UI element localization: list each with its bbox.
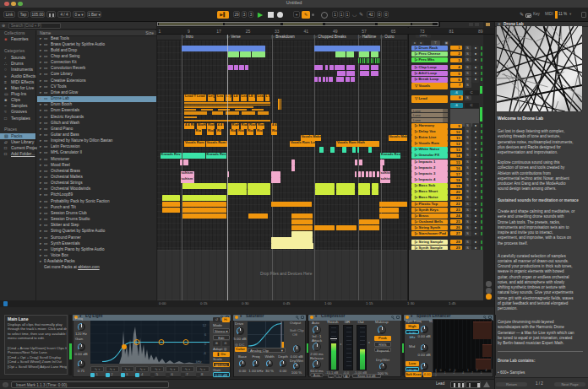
svg-text:0: 0 bbox=[204, 343, 206, 346]
svg-text:12: 12 bbox=[203, 324, 206, 327]
svg-text:6: 6 bbox=[204, 333, 206, 337]
svg-text:kHz: kHz bbox=[196, 360, 202, 364]
svg-text:-6: -6 bbox=[204, 351, 206, 354]
